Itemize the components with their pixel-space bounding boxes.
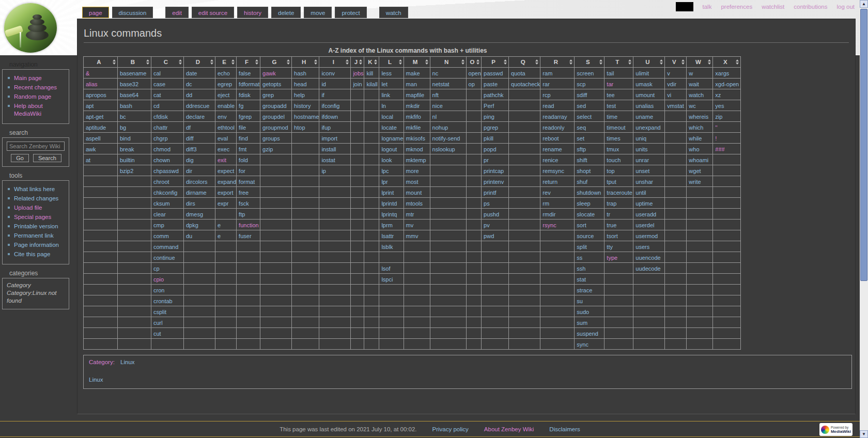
command-link-unalias[interactable]: unalias [636, 103, 654, 109]
command-link-uuencode[interactable]: uuencode [636, 255, 660, 261]
column-header-H[interactable]: H [292, 57, 319, 68]
command-link-vdir[interactable]: vdir [667, 81, 676, 87]
command-link-ddrescue[interactable]: ddrescue [186, 103, 209, 109]
command-link-vi[interactable]: vi [667, 92, 671, 98]
command-link-lprintq[interactable]: lprintq [381, 211, 397, 217]
command-link-iostat[interactable]: iostat [321, 157, 335, 163]
command-link-less[interactable]: less [381, 70, 392, 76]
command-link-tee[interactable]: tee [607, 92, 614, 98]
command-link-wait[interactable]: wait [689, 81, 699, 87]
column-header-F[interactable]: F [237, 57, 260, 68]
command-link-df[interactable]: df [186, 124, 191, 131]
command-link-exit[interactable]: exit [218, 157, 226, 163]
command-link-wget[interactable]: wget [689, 168, 701, 174]
command-link-select[interactable]: select [577, 114, 592, 120]
nav-link-random-page[interactable]: Random page [14, 93, 51, 100]
command-link-tr[interactable]: tr [607, 211, 610, 217]
command-link-ifup[interactable]: ifup [321, 124, 331, 131]
footer-link-disclaimers[interactable]: Disclaimers [549, 426, 580, 432]
tab-watch[interactable]: watch [379, 7, 408, 18]
command-link-rar[interactable]: rar [542, 81, 549, 87]
command-link-gawk[interactable]: gawk [262, 70, 276, 76]
command-link-chpasswd[interactable]: chpasswd [153, 168, 179, 174]
command-link-seq[interactable]: seq [577, 124, 586, 131]
command-link-shuf[interactable]: shuf [577, 179, 587, 185]
nav-link-recent-changes[interactable]: Recent changes [14, 84, 57, 90]
command-link-mv[interactable]: mv [406, 222, 414, 228]
command-link-cpio[interactable]: cpio [153, 276, 164, 283]
command-link-pwd[interactable]: pwd [484, 233, 494, 239]
command-link-mkfile[interactable]: mkfile [406, 124, 421, 131]
command-link-tar[interactable]: tar [607, 81, 613, 87]
user-link-log-out[interactable]: log out [836, 4, 855, 10]
command-link-reboot[interactable]: reboot [542, 135, 559, 142]
nav-link-help-about-mediawiki[interactable]: Help about MediaWiki [14, 103, 43, 117]
command-link-unset[interactable]: unset [636, 168, 649, 174]
command-link-builtin[interactable]: builtin [120, 157, 135, 163]
command-link-nslookup[interactable]: nslookup [432, 146, 455, 152]
tab-delete[interactable]: delete [271, 7, 301, 18]
command-link-split[interactable]: split [577, 244, 587, 250]
command-link-dc[interactable]: dc [186, 81, 192, 87]
command-link-chmod[interactable]: chmod [153, 146, 171, 152]
command-link-sync[interactable]: sync [577, 341, 588, 348]
command-link-printf[interactable]: printf [484, 190, 496, 196]
command-link-unshar[interactable]: unshar [636, 179, 653, 185]
command-link-''[interactable]: '' [715, 124, 717, 131]
command-link-jobs[interactable]: jobs [353, 70, 363, 76]
command-link-suspend[interactable]: suspend [577, 331, 598, 337]
command-link-basename[interactable]: basename [120, 70, 146, 76]
tool-link-page-information[interactable]: Page information [14, 242, 59, 248]
command-link-curl[interactable]: curl [153, 320, 163, 326]
command-link-while[interactable]: while [689, 135, 702, 142]
command-link-uniq[interactable]: uniq [636, 135, 646, 142]
footer-link-privacy-policy[interactable]: Privacy policy [432, 426, 469, 432]
command-link-unexpand[interactable]: unexpand [636, 124, 660, 131]
column-header-O[interactable]: O [466, 57, 481, 68]
command-link-test[interactable]: test [607, 103, 616, 109]
command-link-printenv[interactable]: printenv [484, 179, 504, 185]
command-link-v[interactable]: v [667, 70, 670, 76]
command-link-tsort[interactable]: tsort [607, 233, 617, 239]
command-link-zip[interactable]: zip [715, 114, 722, 120]
search-input[interactable] [7, 142, 65, 151]
command-link-bg[interactable]: bg [120, 124, 126, 131]
command-link-pathchk[interactable]: pathchk [484, 92, 504, 98]
tab-move[interactable]: move [304, 7, 332, 18]
tool-link-permanent-link[interactable]: Permanent link [14, 232, 54, 239]
command-link-du[interactable]: du [186, 233, 192, 239]
command-link-top[interactable]: top [607, 168, 614, 174]
command-link-free[interactable]: free [239, 190, 249, 196]
command-link-uptime[interactable]: uptime [636, 200, 653, 207]
command-link-cmp[interactable]: cmp [153, 222, 164, 228]
command-link-sed[interactable]: sed [577, 103, 586, 109]
command-link-grep[interactable]: grep [262, 92, 274, 98]
column-header-W[interactable]: W [687, 57, 713, 68]
command-link-fdisk[interactable]: fdisk [239, 92, 251, 98]
command-link-###[interactable]: ### [715, 146, 724, 152]
command-link-let[interactable]: let [381, 81, 388, 87]
command-link-man[interactable]: man [406, 81, 417, 87]
command-link-fg[interactable]: fg [239, 103, 243, 109]
search-button[interactable]: Search [33, 154, 61, 162]
command-link-whoami[interactable]: whoami [689, 157, 708, 163]
command-link-sort[interactable]: sort [577, 222, 586, 228]
column-header-G[interactable]: G [260, 57, 292, 68]
command-link-groupadd[interactable]: groupadd [262, 103, 287, 109]
column-header-X[interactable]: X [713, 57, 741, 68]
command-link-whereis[interactable]: whereis [689, 114, 708, 120]
column-header-P[interactable]: P [482, 57, 509, 68]
user-link-watchlist[interactable]: watchlist [762, 4, 784, 10]
scrollbar-thumb[interactable] [860, 9, 867, 281]
command-link-expr[interactable]: expr [218, 200, 228, 207]
command-link-trap[interactable]: trap [607, 200, 616, 207]
command-link-groupdel[interactable]: groupdel [262, 114, 285, 120]
tab-edit[interactable]: edit [165, 7, 189, 18]
command-link-mkisofs[interactable]: mkisofs [406, 135, 425, 142]
command-link-tail[interactable]: tail [607, 70, 614, 76]
column-header-V[interactable]: V [665, 57, 687, 68]
command-link-tty[interactable]: tty [607, 244, 613, 250]
command-link-uudecode[interactable]: uudecode [636, 265, 660, 272]
command-link-dig[interactable]: dig [186, 157, 194, 163]
command-link-fdformat[interactable]: fdformat [239, 81, 259, 87]
